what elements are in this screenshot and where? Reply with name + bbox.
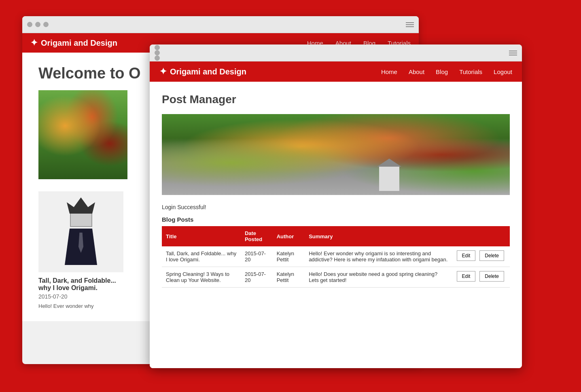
col-actions	[453, 226, 510, 246]
avatar-crown	[67, 197, 95, 214]
cell-date-1: 2015-07-20	[241, 246, 273, 267]
titlebar-front	[150, 44, 522, 61]
close-dot[interactable]	[27, 22, 32, 27]
avatar-figure	[59, 197, 103, 266]
cell-date-2: 2015-07-20	[241, 267, 273, 288]
col-summary: Summary	[305, 226, 452, 246]
page-title: Post Manager	[162, 93, 510, 106]
delete-button-2[interactable]: Delete	[479, 271, 504, 282]
nav-logout-front[interactable]: Logout	[494, 68, 512, 75]
pagoda-decoration	[373, 159, 405, 191]
table-header-row: Title Date Posted Author Summary	[162, 226, 510, 246]
action-cell-1: Edit Delete	[457, 250, 506, 261]
maximize-dot[interactable]	[43, 22, 49, 27]
delete-button-1[interactable]: Delete	[479, 250, 504, 261]
minimize-dot[interactable]	[35, 22, 40, 27]
nav-front: Home About Blog Tutorials Logout	[381, 68, 512, 75]
close-dot-front[interactable]	[155, 45, 160, 50]
logo-text-front: Origami and Design	[170, 67, 246, 76]
hero-scene-back	[38, 90, 127, 179]
cell-actions-2: Edit Delete	[453, 267, 510, 288]
nav-blog-front[interactable]: Blog	[436, 68, 448, 75]
site-header-front: ✦ Origami and Design Home About Blog Tut…	[150, 61, 522, 82]
site-logo-front: ✦ Origami and Design	[159, 66, 246, 77]
titlebar-back	[22, 16, 419, 33]
logo-icon-back: ✦	[30, 38, 38, 48]
menu-icon[interactable]	[406, 22, 414, 27]
col-date: Date Posted	[241, 226, 273, 246]
front-content: Post Manager Login Successful! Blog Post…	[150, 82, 522, 368]
table-row: Spring Cleaning! 3 Ways to Clean up Your…	[162, 267, 510, 288]
table-body: Tall, Dark, and Foldable... why I love O…	[162, 246, 510, 288]
action-cell-2: Edit Delete	[457, 271, 506, 282]
window-controls-front	[155, 45, 160, 61]
login-message: Login Successful!	[162, 204, 510, 210]
logo-text-back: Origami and Design	[41, 38, 117, 48]
pagoda-body	[379, 167, 399, 191]
cell-title-1: Tall, Dark, and Foldable... why I love O…	[162, 246, 241, 267]
minimize-dot-front[interactable]	[155, 50, 160, 55]
hero-image-back	[38, 90, 127, 179]
back-post-title: Tall, Dark, and Foldable... why I love O…	[38, 277, 123, 292]
nav-home-front[interactable]: Home	[381, 68, 397, 75]
col-author: Author	[273, 226, 305, 246]
back-post-excerpt: Hello! Ever wonder why	[38, 303, 94, 309]
col-title: Title	[162, 226, 241, 246]
browser-window-front: ✦ Origami and Design Home About Blog Tut…	[150, 44, 522, 368]
hero-image-front	[162, 114, 510, 195]
cell-summary-1: Hello! Ever wonder why origami is so int…	[305, 246, 452, 267]
cell-title-2: Spring Cleaning! 3 Ways to Clean up Your…	[162, 267, 241, 288]
cell-author-1: Katelyn Pettit	[273, 246, 305, 267]
avatar-suit	[65, 229, 97, 265]
avatar-tie	[78, 233, 83, 253]
blog-posts-label: Blog Posts	[162, 216, 510, 223]
menu-icon-front[interactable]	[509, 51, 517, 55]
site-logo-back: ✦ Origami and Design	[30, 38, 117, 48]
pagoda-roof	[377, 159, 401, 167]
cell-actions-1: Edit Delete	[453, 246, 510, 267]
edit-button-2[interactable]: Edit	[457, 271, 476, 282]
cell-summary-2: Hello! Does your website need a good spr…	[305, 267, 452, 288]
maximize-dot-front[interactable]	[155, 55, 160, 61]
window-controls-back	[27, 22, 49, 27]
nav-tutorials-front[interactable]: Tutorials	[459, 68, 482, 75]
posts-table: Title Date Posted Author Summary Tall, D…	[162, 226, 510, 288]
logo-icon-front: ✦	[159, 66, 167, 77]
edit-button-1[interactable]: Edit	[457, 250, 476, 261]
table-row: Tall, Dark, and Foldable... why I love O…	[162, 246, 510, 267]
avatar-back	[38, 191, 123, 272]
table-header: Title Date Posted Author Summary	[162, 226, 510, 246]
back-post-date: 2015-07-20	[38, 293, 68, 300]
cell-author-2: Katelyn Pettit	[273, 267, 305, 288]
nav-about-front[interactable]: About	[409, 68, 424, 75]
